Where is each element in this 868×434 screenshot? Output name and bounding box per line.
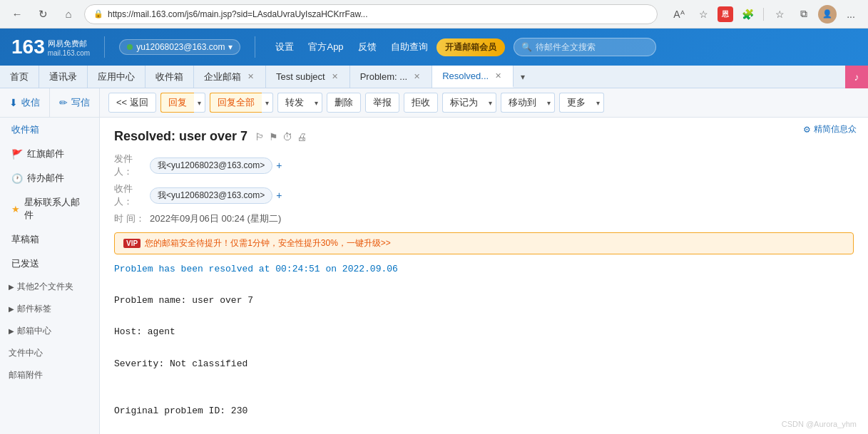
- tab-enterprise-label: 企业邮箱: [204, 71, 241, 83]
- labels-label: 邮件标签: [17, 303, 51, 315]
- tab-enterprise-close[interactable]: ✕: [246, 71, 255, 82]
- extensions-button[interactable]: 🧩: [737, 4, 757, 24]
- favorites-button[interactable]: ☆: [693, 4, 713, 24]
- nav-official-app[interactable]: 官方App: [308, 41, 343, 53]
- mail-header: 163 网易免费邮 mail.163.com yu12068023@163.co…: [0, 29, 868, 66]
- jingji-info[interactable]: ⚙ 精简信息众: [803, 123, 857, 135]
- favorites-star-button[interactable]: ☆: [770, 4, 790, 24]
- url-text: https://mail.163.com/js6/main.jsp?sid=LA…: [108, 9, 367, 19]
- search-bar[interactable]: 🔍 待邮件全文搜索: [514, 38, 656, 56]
- csdn-watermark: CSDN @Aurora_yhm: [782, 420, 857, 428]
- time-value: 2022年09月06日 00:24 (星期二): [150, 212, 281, 225]
- sidebar-item-drafts[interactable]: 草稿箱: [0, 227, 99, 252]
- toolbar: << 返回 回复 ▾ 回复全部 ▾ 转发 ▾ 删除 举报 拒收 标记为 ▾ 移动…: [100, 88, 868, 118]
- tab-test-subject[interactable]: Test subject ✕: [266, 66, 350, 88]
- sidebar-section-labels[interactable]: ▶ 邮件标签: [0, 298, 99, 320]
- user-badge[interactable]: yu12068023@163.com ▾: [119, 39, 240, 55]
- reply-all-dropdown[interactable]: ▾: [262, 93, 273, 113]
- sender-add-icon[interactable]: +: [276, 160, 282, 171]
- sender-value[interactable]: 我<yu12068023@163.com>: [150, 157, 272, 174]
- main-layout: ⬇ 收信 ✏ 写信 收件箱 🚩 红旗邮件 🕐 待办邮件 ★ 星标联系人邮件 草稿…: [0, 88, 868, 434]
- refresh-button[interactable]: ↻: [33, 4, 53, 24]
- delete-button[interactable]: 删除: [327, 93, 361, 113]
- tab-problem[interactable]: Problem: ... ✕: [350, 66, 432, 88]
- header-divider: [104, 36, 105, 58]
- reject-button[interactable]: 拒收: [404, 93, 438, 113]
- others-label: 其他2个文件夹: [17, 281, 73, 293]
- compose-button[interactable]: ✏ 写信: [50, 88, 99, 117]
- sidebar-item-starred[interactable]: ★ 星标联系人邮件: [0, 190, 99, 227]
- bookmark-icon[interactable]: 🏳: [255, 131, 265, 143]
- report-button[interactable]: 举报: [365, 93, 399, 113]
- clock-icon[interactable]: ⏱: [282, 131, 292, 143]
- sidebar-item-flag[interactable]: 🚩 红旗邮件: [0, 142, 99, 166]
- nav-settings[interactable]: 设置: [275, 41, 294, 53]
- email-title-row: Resolved: user over 7 🏳 ⚑ ⏱ 🖨: [114, 129, 854, 144]
- flag-icon[interactable]: ⚑: [269, 131, 278, 143]
- tab-enterprise[interactable]: 企业邮箱 ✕: [194, 66, 266, 88]
- email-body: Problem has been resolved at 00:24:51 on…: [114, 262, 854, 419]
- home-button[interactable]: ⌂: [58, 4, 78, 24]
- vip-button[interactable]: 开通邮箱会员: [436, 38, 505, 56]
- move-group: 移动到 ▾: [501, 93, 555, 113]
- vip-banner[interactable]: VIP 您的邮箱安全待提升！仅需1分钟，安全性提升30%，一键升级>>: [114, 232, 854, 254]
- extension-icon[interactable]: 恩: [718, 6, 733, 22]
- forward-dropdown[interactable]: ▾: [311, 93, 322, 113]
- tab-resolved[interactable]: Resolved... ✕: [432, 66, 514, 88]
- collections-button[interactable]: ⧉: [794, 4, 814, 24]
- receiver-value[interactable]: 我<yu12068023@163.com>: [150, 187, 272, 204]
- more-button[interactable]: 更多: [559, 93, 593, 113]
- move-dropdown[interactable]: ▾: [543, 93, 555, 113]
- reply-dropdown[interactable]: ▾: [194, 93, 205, 113]
- nav-feedback[interactable]: 反馈: [358, 41, 377, 53]
- tab-inbox[interactable]: 收件箱: [145, 66, 194, 88]
- search-icon: 🔍: [521, 42, 532, 52]
- mark-dropdown[interactable]: ▾: [485, 93, 496, 113]
- sender-field: 发件人： 我<yu12068023@163.com> +: [114, 153, 854, 178]
- logo-top-text: 网易免费邮: [48, 38, 90, 49]
- tab-home-label: 首页: [10, 71, 29, 83]
- forward-button[interactable]: 转发: [277, 93, 311, 113]
- attach-label: 邮箱附件: [9, 369, 43, 381]
- nav-help[interactable]: 自助查询: [391, 41, 428, 53]
- tab-more-button[interactable]: ▾: [514, 66, 532, 88]
- receiver-add-icon[interactable]: +: [276, 190, 282, 201]
- reply-all-button[interactable]: 回复全部: [210, 93, 262, 113]
- receive-button[interactable]: ⬇ 收信: [0, 88, 49, 117]
- more-dropdown[interactable]: ▾: [593, 93, 604, 113]
- receiver-label: 收件人：: [114, 182, 150, 208]
- time-field: 时 间： 2022年09月06日 00:24 (星期二): [114, 212, 854, 225]
- tab-contacts[interactable]: 通讯录: [39, 66, 88, 88]
- tab-app-center-label: 应用中心: [98, 71, 135, 83]
- address-bar[interactable]: 🔒 https://mail.163.com/js6/main.jsp?sid=…: [84, 4, 658, 24]
- mark-group: 标记为 ▾: [442, 93, 496, 113]
- back-to-list-button[interactable]: << 返回: [108, 93, 156, 113]
- browser-right-icons: Aᴬ ☆ 恩 🧩 ☆ ⧉ 👤 ...: [669, 4, 861, 24]
- time-label: 时 间：: [114, 212, 150, 225]
- email-title-icons: 🏳 ⚑ ⏱ 🖨: [255, 131, 307, 143]
- print-icon[interactable]: 🖨: [297, 131, 307, 143]
- user-avatar[interactable]: 👤: [818, 5, 837, 24]
- sidebar-item-pending[interactable]: 🕐 待办邮件: [0, 166, 99, 190]
- sidebar-item-sent[interactable]: 已发送: [0, 252, 99, 276]
- tab-resolved-close[interactable]: ✕: [494, 71, 503, 81]
- tab-problem-close[interactable]: ✕: [412, 71, 422, 82]
- logo-163: 163: [11, 37, 45, 57]
- reply-button[interactable]: 回复: [160, 93, 194, 113]
- tab-test-subject-label: Test subject: [276, 71, 325, 82]
- sidebar-section-others[interactable]: ▶ 其他2个文件夹: [0, 276, 99, 298]
- music-icon[interactable]: ♪: [845, 66, 868, 88]
- more-button[interactable]: ...: [841, 4, 861, 24]
- read-mode-button[interactable]: Aᴬ: [669, 4, 689, 24]
- back-button[interactable]: ←: [7, 4, 27, 24]
- user-email: yu12068023@163.com: [136, 42, 225, 52]
- tab-app-center[interactable]: 应用中心: [88, 66, 145, 88]
- move-button[interactable]: 移动到: [501, 93, 543, 113]
- sidebar-section-mailbox[interactable]: ▶ 邮箱中心: [0, 320, 99, 342]
- sidebar-item-inbox[interactable]: 收件箱: [0, 118, 99, 142]
- sidebar-section-files[interactable]: 文件中心: [0, 342, 99, 364]
- tab-home[interactable]: 首页: [0, 66, 39, 88]
- tab-test-subject-close[interactable]: ✕: [330, 71, 339, 82]
- sidebar-section-attach[interactable]: 邮箱附件: [0, 364, 99, 386]
- mark-button[interactable]: 标记为: [442, 93, 485, 113]
